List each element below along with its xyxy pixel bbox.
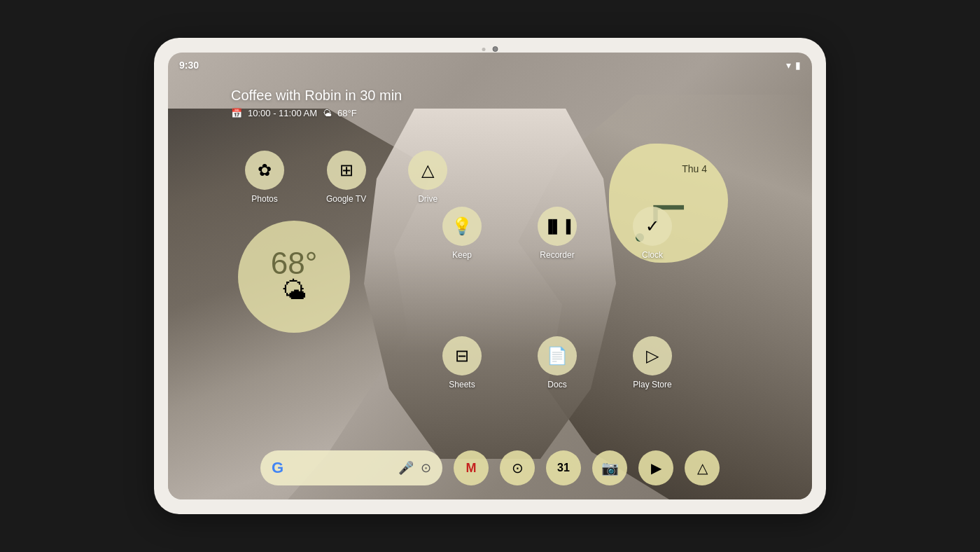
taskbar-camera[interactable]: 📷	[592, 450, 627, 485]
event-time: 10:00 - 11:00 AM	[248, 108, 317, 118]
docs-icon-circle: 📄	[538, 336, 577, 375]
status-time: 9:30	[179, 60, 199, 71]
battery-icon: ▮	[795, 60, 801, 71]
chrome-icon: ⊙	[512, 460, 524, 476]
sheets-label: Sheets	[449, 380, 475, 389]
camera-indicator	[482, 48, 486, 51]
app-keep[interactable]: 💡 Keep	[442, 207, 482, 260]
playstore-icon-circle: ▷	[633, 336, 672, 375]
event-temp: 68°F	[337, 108, 357, 118]
camera-icon: 📷	[601, 460, 619, 476]
app-sheets[interactable]: ⊟ Sheets	[442, 336, 482, 389]
weather-sun-icon: 🌤	[281, 276, 307, 305]
app-drive[interactable]: △ Drive	[408, 151, 447, 204]
photos-icon-circle: ✿	[245, 151, 284, 190]
taskbar-calendar[interactable]: 31	[546, 450, 581, 485]
app-icons-row1: ✿ Photos ⊞ Google TV △ Drive	[245, 151, 447, 204]
recorder-label: Recorder	[540, 250, 574, 260]
wifi-icon: ▾	[786, 60, 791, 71]
weather-widget[interactable]: 68° 🌤	[238, 221, 350, 333]
drive-label: Drive	[418, 194, 438, 204]
clock-day: Thu 4	[682, 163, 707, 174]
status-icons: ▾ ▮	[786, 60, 801, 71]
app-docs[interactable]: 📄 Docs	[538, 336, 577, 389]
tablet-frame: 9:30 ▾ ▮ Coffee with Robin in 30 min 📅 1…	[154, 38, 826, 514]
googletv-label: Google TV	[326, 194, 366, 204]
app-clock[interactable]: ✓ Clock	[633, 207, 672, 260]
front-camera	[493, 46, 498, 52]
calendar-taskbar-icon: 31	[557, 462, 570, 474]
playstore-label: Play Store	[633, 380, 671, 389]
app-icons-row2: 💡 Keep ▐▌▐ Recorder ✓ Clock	[442, 207, 672, 260]
app-recorder[interactable]: ▐▌▐ Recorder	[538, 207, 577, 260]
taskbar-gmail[interactable]: M	[454, 450, 489, 485]
recorder-icon-circle: ▐▌▐	[538, 207, 577, 246]
drive-icon-circle: △	[408, 151, 447, 190]
calendar-event-title: Coffee with Robin in 30 min	[231, 88, 402, 104]
search-bar[interactable]: G 🎤 ⊙	[260, 450, 442, 485]
keep-icon-circle: 💡	[442, 207, 482, 246]
lens-icon[interactable]: ⊙	[421, 460, 431, 476]
taskbar-youtube[interactable]: ▶	[638, 450, 673, 485]
calendar-widget[interactable]: Coffee with Robin in 30 min 📅 10:00 - 11…	[231, 88, 402, 118]
sheets-icon-circle: ⊟	[442, 336, 482, 375]
weather-mini-icon: 🌤	[323, 108, 332, 118]
gmail-icon: M	[466, 461, 477, 476]
tasks-icon: △	[697, 460, 708, 476]
app-google-tv[interactable]: ⊞ Google TV	[326, 151, 366, 204]
photos-label: Photos	[251, 194, 277, 204]
tablet-screen: 9:30 ▾ ▮ Coffee with Robin in 30 min 📅 1…	[168, 53, 812, 499]
camera-area	[482, 46, 498, 52]
app-icons-row3: ⊟ Sheets 📄 Docs ▷ Play Store	[442, 336, 672, 389]
mic-icon[interactable]: 🎤	[398, 460, 414, 476]
googletv-icon-circle: ⊞	[327, 151, 366, 190]
weather-temperature: 68°	[271, 248, 318, 279]
status-bar: 9:30 ▾ ▮	[168, 53, 812, 78]
calendar-icon: 📅	[231, 108, 242, 118]
taskbar-tasks[interactable]: △	[685, 450, 720, 485]
youtube-icon: ▶	[651, 460, 662, 476]
app-play-store[interactable]: ▷ Play Store	[633, 336, 672, 389]
docs-label: Docs	[547, 380, 566, 389]
taskbar-chrome[interactable]: ⊙	[500, 450, 535, 485]
google-logo: G	[272, 459, 284, 477]
calendar-event-details: 📅 10:00 - 11:00 AM 🌤 68°F	[231, 108, 402, 118]
app-photos[interactable]: ✿ Photos	[245, 151, 284, 204]
taskbar: G 🎤 ⊙ M ⊙ 31 📷 ▶	[168, 450, 812, 485]
clock-icon-circle: ✓	[633, 207, 672, 246]
keep-label: Keep	[452, 250, 472, 260]
clock-label: Clock	[642, 250, 663, 260]
